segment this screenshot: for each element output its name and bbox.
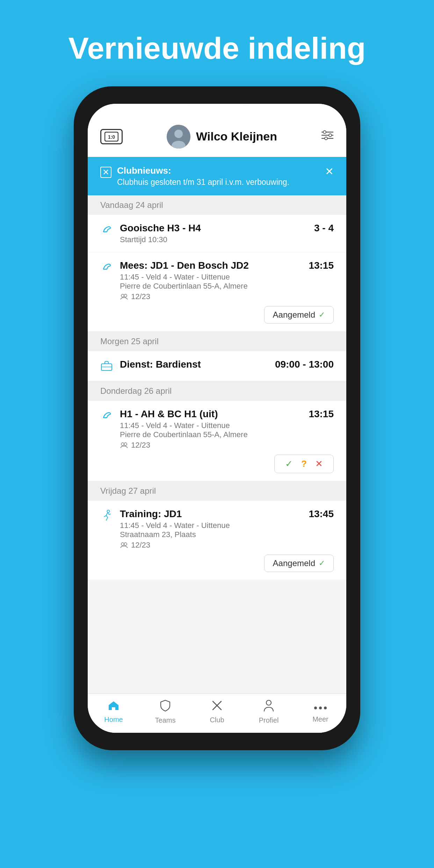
briefcase-icon xyxy=(100,360,113,373)
list-item[interactable]: Dienst: Bardienst 09:00 - 13:00 xyxy=(88,351,346,381)
event-sub: Starttijd 10:30 xyxy=(120,235,334,244)
date-section-vrijdag: Vrijdag 27 april xyxy=(88,481,346,501)
dots-icon xyxy=(313,700,327,713)
event-sub: 11:45 - Veld 4 - Water - Uittenue xyxy=(120,421,334,430)
news-dismiss-icon[interactable]: ✕ xyxy=(100,167,111,178)
news-close-icon[interactable]: ✕ xyxy=(325,165,334,178)
event-count: 12/23 xyxy=(120,541,334,550)
check-icon: ✓ xyxy=(319,310,325,319)
rsvp-maybe-icon[interactable]: ? xyxy=(301,458,307,469)
svg-point-18 xyxy=(121,543,124,545)
event-sub: 11:45 - Veld 4 - Water - Uittenue xyxy=(120,273,334,282)
event-time: 13:15 xyxy=(309,260,334,271)
list-item[interactable]: Mees: JD1 - Den Bosch JD2 13:15 11:45 - … xyxy=(88,252,346,332)
avatar xyxy=(167,125,190,149)
date-label-morgen: Morgen 25 april xyxy=(100,337,159,346)
date-label-donderdag: Donderdag 26 april xyxy=(100,386,172,396)
event-address: Straatnaam 23, Plaats xyxy=(120,530,334,539)
event-time: 13:45 xyxy=(309,508,334,520)
svg-point-17 xyxy=(107,510,110,512)
news-body: Clubhuis gesloten t/m 31 april i.v.m. ve… xyxy=(117,178,289,187)
list-item[interactable]: H1 - AH & BC H1 (uit) 13:15 11:45 - Veld… xyxy=(88,401,346,481)
event-content: Gooische H3 - H4 3 - 4 Starttijd 10:30 xyxy=(120,223,334,244)
aangemeld-label-2: Aangemeld xyxy=(273,558,315,568)
event-content: Training: JD1 13:45 11:45 - Veld 4 - Wat… xyxy=(120,508,334,572)
aangemeld-button-2[interactable]: Aangemeld ✓ xyxy=(264,555,334,572)
svg-point-24 xyxy=(319,707,322,709)
svg-point-3 xyxy=(174,130,183,138)
list-item[interactable]: Gooische H3 - H4 3 - 4 Starttijd 10:30 xyxy=(88,215,346,252)
svg-point-15 xyxy=(121,443,124,446)
date-section-vandaag: Vandaag 24 april xyxy=(88,195,346,215)
nav-item-meer[interactable]: Meer xyxy=(295,700,346,723)
event-title: Gooische H3 - H4 xyxy=(120,223,201,234)
event-address: Pierre de Coubertinlaan 55-A, Almere xyxy=(120,430,334,439)
rsvp-no-icon[interactable]: ✕ xyxy=(315,458,323,469)
app-header: 1:0 Wilco Kleijnen xyxy=(88,104,346,157)
event-action: Aangemeld ✓ xyxy=(120,306,334,324)
event-count: 12/23 xyxy=(120,441,334,450)
event-content: Mees: JD1 - Den Bosch JD2 13:15 11:45 - … xyxy=(120,260,334,324)
phone-notch xyxy=(179,86,255,104)
svg-point-10 xyxy=(325,137,327,140)
svg-point-9 xyxy=(329,134,332,137)
user-name: Wilco Kleijnen xyxy=(196,130,277,143)
svg-point-22 xyxy=(266,700,271,705)
event-score: 3 - 4 xyxy=(314,223,334,234)
scroll-content[interactable]: Vandaag 24 april Gooische H3 - H4 3 - 4 xyxy=(88,195,346,694)
nav-item-home[interactable]: Home xyxy=(88,700,139,724)
event-count: 12/23 xyxy=(120,292,334,301)
nav-label-profiel: Profiel xyxy=(259,716,279,724)
event-address: Pierre de Coubertinlaan 55-A, Almere xyxy=(120,282,334,291)
event-time: 09:00 - 13:00 xyxy=(275,359,334,370)
hockey-icon xyxy=(100,224,113,237)
date-section-donderdag: Donderdag 26 april xyxy=(88,381,346,401)
event-content: H1 - AH & BC H1 (uit) 13:15 11:45 - Veld… xyxy=(120,408,334,473)
nav-label-club: Club xyxy=(210,716,224,724)
bottom-nav: Home Teams Club xyxy=(88,694,346,733)
date-label-vrijdag: Vrijdag 27 april xyxy=(100,486,156,496)
nav-label-teams: Teams xyxy=(155,716,176,724)
hockey-icon xyxy=(100,261,113,274)
event-action: Aangemeld ✓ xyxy=(120,555,334,572)
rsvp-yes-icon[interactable]: ✓ xyxy=(285,458,293,469)
page-title: Vernieuwde indeling xyxy=(0,0,434,86)
phone-screen: 1:0 Wilco Kleijnen xyxy=(88,104,346,733)
event-title: Training: JD1 xyxy=(120,508,182,520)
svg-point-12 xyxy=(124,294,127,297)
phone-mockup: 1:0 Wilco Kleijnen xyxy=(74,86,360,750)
list-item[interactable]: Training: JD1 13:45 11:45 - Veld 4 - Wat… xyxy=(88,501,346,580)
nav-label-home: Home xyxy=(104,716,123,724)
nav-label-meer: Meer xyxy=(312,715,328,723)
nav-item-profiel[interactable]: Profiel xyxy=(243,700,295,724)
hockey-icon xyxy=(100,410,113,423)
event-action: ✓ ? ✕ xyxy=(120,455,334,473)
svg-point-19 xyxy=(124,543,127,545)
aangemeld-label: Aangemeld xyxy=(273,310,315,320)
news-banner-content: ✕ Clubnieuws: Clubhuis gesloten t/m 31 a… xyxy=(100,165,319,187)
svg-point-16 xyxy=(124,443,127,446)
news-banner: ✕ Clubnieuws: Clubhuis gesloten t/m 31 a… xyxy=(88,157,346,195)
svg-text:1:0: 1:0 xyxy=(108,134,115,140)
date-label-vandaag: Vandaag 24 april xyxy=(100,200,163,210)
event-time: 13:15 xyxy=(309,408,334,420)
running-icon xyxy=(100,510,113,523)
svg-point-23 xyxy=(314,707,317,709)
date-section-morgen: Morgen 25 april xyxy=(88,332,346,351)
rsvp-button[interactable]: ✓ ? ✕ xyxy=(274,455,334,473)
nav-item-club[interactable]: Club xyxy=(191,700,243,724)
check-icon-2: ✓ xyxy=(319,559,325,568)
event-title: H1 - AH & BC H1 (uit) xyxy=(120,408,218,420)
event-content: Dienst: Bardienst 09:00 - 13:00 xyxy=(120,359,334,370)
event-sub: 11:45 - Veld 4 - Water - Uittenue xyxy=(120,521,334,530)
svg-point-8 xyxy=(323,131,326,133)
news-text: Clubnieuws: Clubhuis gesloten t/m 31 apr… xyxy=(117,165,289,187)
news-title: Clubnieuws: xyxy=(117,165,289,176)
nav-item-teams[interactable]: Teams xyxy=(139,700,191,724)
aangemeld-button[interactable]: Aangemeld ✓ xyxy=(264,306,334,324)
filter-icon[interactable] xyxy=(321,130,334,143)
event-title: Mees: JD1 - Den Bosch JD2 xyxy=(120,260,249,271)
user-info: Wilco Kleijnen xyxy=(167,125,277,149)
svg-point-25 xyxy=(324,707,327,709)
score-icon[interactable]: 1:0 xyxy=(100,129,123,144)
